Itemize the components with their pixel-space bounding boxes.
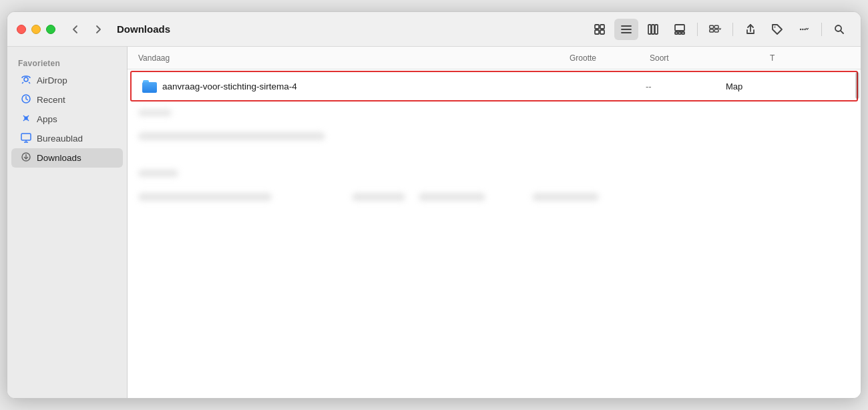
scrollbar-thumb[interactable]	[855, 72, 859, 99]
sidebar-item-recent[interactable]: Recent	[11, 90, 123, 110]
svg-point-19	[800, 28, 801, 29]
file-name: aanvraag-voor-stichting-sirtema-4	[162, 81, 646, 91]
column-headers: Vandaag Grootte Soort T	[128, 47, 861, 69]
svg-line-23	[841, 30, 843, 33]
svg-rect-14	[710, 25, 714, 28]
share-icon	[744, 23, 756, 35]
file-list: aanvraag-voor-stichting-sirtema-4 -- Map	[128, 69, 861, 398]
recent-label: Recent	[37, 95, 65, 105]
back-button[interactable]	[66, 20, 85, 39]
bureaublad-label: Bureaublad	[37, 134, 83, 144]
sidebar-item-bureaublad[interactable]: Bureaublad	[11, 129, 123, 148]
sidebar-item-apps[interactable]: Apps	[11, 110, 123, 129]
file-row-selected[interactable]: aanvraag-voor-stichting-sirtema-4 -- Map	[130, 71, 858, 101]
file-size: --	[646, 81, 726, 91]
folder-icon-container	[142, 80, 157, 92]
content-area: Vandaag Grootte Soort T aanvraag-voor-st…	[128, 47, 861, 398]
nav-buttons	[66, 20, 107, 39]
separator-2	[732, 23, 733, 36]
svg-rect-11	[675, 32, 678, 34]
close-button[interactable]	[17, 25, 26, 34]
scrollbar-track[interactable]	[854, 69, 861, 398]
sidebar-item-downloads[interactable]: Downloads	[11, 148, 123, 168]
share-button[interactable]	[738, 19, 763, 40]
separator-3	[821, 23, 822, 36]
gallery-view-button[interactable]	[668, 19, 692, 40]
chevron-right-icon	[92, 23, 104, 35]
grid-view-button[interactable]	[588, 19, 612, 40]
chevron-left-icon	[69, 23, 81, 35]
svg-rect-0	[595, 25, 599, 29]
svg-point-18	[775, 26, 776, 27]
file-kind: Map	[726, 81, 846, 91]
svg-rect-12	[678, 32, 681, 34]
search-button[interactable]	[827, 19, 851, 40]
svg-rect-29	[21, 134, 31, 140]
sidebar-item-airdrop[interactable]: AirDrop	[11, 71, 123, 90]
titlebar: Downloads	[7, 12, 861, 47]
svg-rect-15	[710, 29, 714, 32]
recent-icon	[21, 93, 31, 106]
col-header-size[interactable]: Grootte	[570, 53, 650, 63]
downloads-icon	[21, 152, 31, 164]
more-button[interactable]	[792, 19, 816, 40]
main-area: Favorieten AirDrop	[7, 47, 861, 398]
columns-icon	[647, 23, 659, 35]
col-header-kind[interactable]: Soort	[650, 53, 770, 63]
apps-icon	[21, 113, 31, 126]
svg-rect-17	[714, 29, 718, 32]
more-icon	[798, 23, 810, 35]
svg-rect-1	[600, 25, 604, 29]
col-header-date[interactable]: T	[770, 53, 850, 63]
apps-label: Apps	[37, 114, 57, 124]
list-icon	[620, 23, 632, 35]
svg-rect-7	[648, 25, 651, 34]
blurred-content	[128, 103, 861, 224]
col-header-name[interactable]: Vandaag	[138, 53, 570, 63]
grid-icon	[594, 23, 606, 35]
desktop-icon	[21, 132, 31, 145]
forward-button[interactable]	[89, 20, 107, 39]
svg-rect-16	[714, 25, 718, 28]
group-icon	[709, 23, 721, 35]
svg-rect-9	[655, 25, 658, 34]
list-view-button[interactable]	[614, 19, 638, 40]
maximize-button[interactable]	[46, 25, 55, 34]
svg-point-20	[802, 28, 803, 29]
airdrop-label: AirDrop	[37, 75, 67, 85]
tag-button[interactable]	[765, 19, 789, 40]
group-button[interactable]	[703, 19, 727, 40]
separator-1	[697, 23, 698, 36]
svg-rect-8	[652, 25, 654, 34]
traffic-lights	[17, 25, 55, 34]
sidebar-section-label: Favorieten	[7, 55, 127, 71]
toolbar	[588, 19, 851, 40]
minimize-button[interactable]	[31, 25, 41, 34]
svg-rect-2	[595, 30, 599, 34]
window-title: Downloads	[117, 23, 170, 35]
svg-point-21	[804, 28, 805, 29]
airdrop-icon	[21, 74, 31, 87]
finder-window: Downloads	[7, 11, 861, 399]
svg-rect-10	[675, 25, 684, 31]
tag-icon	[771, 23, 783, 35]
sidebar: Favorieten AirDrop	[7, 47, 128, 398]
svg-rect-3	[600, 30, 604, 34]
gallery-icon	[674, 23, 686, 35]
svg-rect-13	[682, 32, 684, 34]
columns-view-button[interactable]	[641, 19, 665, 40]
svg-point-24	[24, 77, 28, 81]
search-icon	[833, 23, 845, 35]
downloads-label: Downloads	[37, 153, 81, 163]
